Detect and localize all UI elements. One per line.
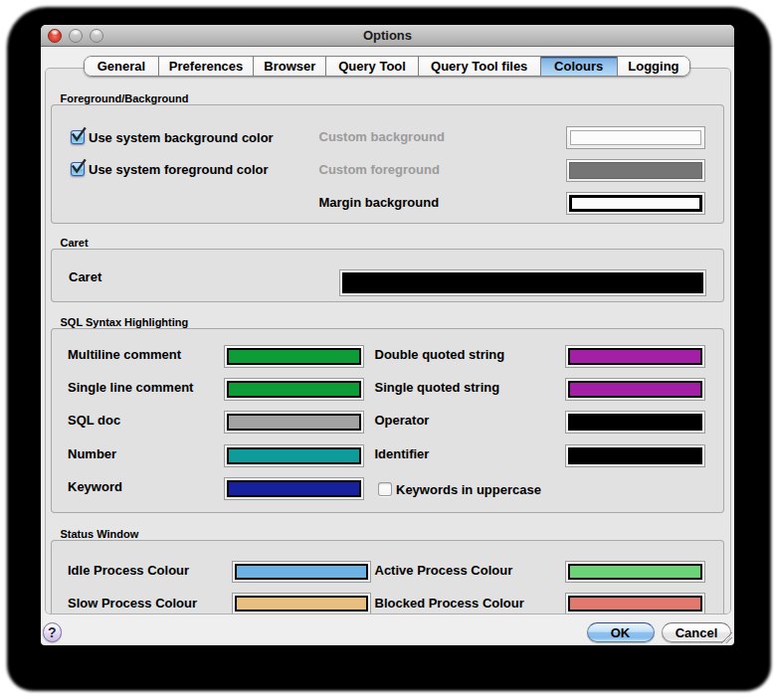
label-caret: Caret [69, 270, 101, 284]
group-title-status-window: Status Window [61, 528, 139, 540]
color-fill [227, 381, 361, 398]
colorwell-double-quoted[interactable] [565, 345, 705, 368]
label-operator: Operator [375, 414, 430, 428]
group-title-caret: Caret [61, 237, 89, 249]
color-fill [568, 447, 702, 464]
color-fill [568, 348, 702, 365]
screenshot-stage: Options Foreground/Background Use system… [0, 0, 774, 700]
color-fill [235, 564, 369, 580]
colorwell-blocked-process[interactable] [565, 593, 705, 614]
group-title-foreground-background: Foreground/Background [61, 92, 189, 104]
color-fill [568, 414, 702, 431]
label-identifier: Identifier [375, 447, 430, 461]
checkbox-label: Use system foreground color [89, 163, 269, 177]
checkbox-label: Use system background color [89, 131, 274, 145]
colorwell-single-line-comment[interactable] [224, 378, 364, 401]
label-number: Number [68, 447, 116, 461]
help-button[interactable]: ? [43, 622, 63, 642]
label-slow-process: Slow Process Colour [68, 597, 197, 611]
tab-browser[interactable]: Browser [253, 57, 325, 76]
tab-colours[interactable]: Colours [540, 57, 617, 76]
label-custom-foreground: Custom foreground [319, 163, 440, 177]
close-button[interactable] [48, 29, 62, 43]
minimize-button [69, 29, 83, 43]
group-foreground-background: Use system background color Use system f… [51, 104, 724, 224]
color-fill [568, 564, 702, 580]
color-fill [227, 414, 361, 431]
color-fill [227, 348, 361, 365]
colorwell-caret[interactable] [339, 269, 706, 296]
checkbox-label: Keywords in uppercase [396, 483, 541, 497]
group-caret: Caret [51, 249, 724, 302]
checkbox-use-system-background[interactable] [71, 130, 85, 144]
label-single-line-comment: Single line comment [68, 381, 193, 395]
label-blocked-process: Blocked Process Colour [375, 597, 524, 611]
color-fill [227, 447, 361, 464]
window-title: Options [41, 25, 734, 46]
checkbox-keywords-uppercase[interactable] [378, 482, 392, 496]
cancel-label: Cancel [676, 625, 718, 640]
checkmark-icon [71, 158, 87, 176]
resize-grip[interactable] [718, 629, 733, 644]
tab-query-tool-files[interactable]: Query Tool files [418, 57, 540, 76]
colorwell-identifier[interactable] [565, 444, 705, 467]
color-fill [227, 480, 361, 497]
label-margin-background: Margin background [319, 196, 440, 210]
ok-button[interactable]: OK [587, 622, 655, 642]
tab-general[interactable]: General [85, 57, 158, 76]
color-fill [235, 596, 369, 612]
colorwell-slow-process[interactable] [232, 593, 372, 614]
label-custom-background: Custom background [319, 130, 445, 144]
label-single-quoted: Single quoted string [375, 381, 500, 395]
group-title-sql-syntax: SQL Syntax Highlighting [61, 316, 189, 328]
label-double-quoted: Double quoted string [375, 348, 505, 362]
tab-query-tool[interactable]: Query Tool [325, 57, 418, 76]
colorwell-multiline-comment[interactable] [224, 345, 364, 368]
tab-preferences[interactable]: Preferences [158, 57, 254, 76]
checkmark-icon [71, 126, 87, 144]
tab-bar: General Preferences Browser Query Tool Q… [84, 56, 690, 77]
label-active-process: Active Process Colour [375, 564, 513, 578]
label-keyword: Keyword [68, 480, 122, 494]
tab-content-panel: Foreground/Background Use system backgro… [45, 68, 731, 614]
group-sql-syntax: Multiline comment Single line comment SQ… [51, 328, 724, 513]
titlebar[interactable]: Options [41, 25, 734, 47]
colorwell-margin-background[interactable] [566, 192, 705, 215]
colorwell-custom-foreground[interactable] [566, 159, 705, 182]
color-fill [568, 596, 702, 612]
label-sql-doc: SQL doc [68, 414, 120, 428]
help-label: ? [48, 624, 57, 640]
colorwell-operator[interactable] [565, 411, 705, 434]
color-fill [569, 162, 702, 179]
color-fill [568, 381, 702, 398]
label-multiline-comment: Multiline comment [68, 348, 181, 362]
tab-logging[interactable]: Logging [617, 57, 689, 76]
colorwell-keyword[interactable] [224, 477, 364, 500]
color-fill [342, 272, 703, 293]
options-dialog: Options Foreground/Background Use system… [41, 25, 734, 645]
group-status-window: Idle Process Colour Slow Process Colour … [51, 540, 724, 614]
colorwell-number[interactable] [224, 444, 364, 467]
colorwell-active-process[interactable] [565, 561, 705, 583]
colorwell-idle-process[interactable] [232, 561, 372, 583]
colorwell-sql-doc[interactable] [224, 411, 364, 434]
colorwell-custom-background[interactable] [566, 126, 705, 149]
color-fill [569, 195, 702, 212]
color-fill [570, 130, 701, 145]
ok-label: OK [611, 625, 631, 640]
label-idle-process: Idle Process Colour [68, 564, 189, 578]
checkbox-use-system-foreground[interactable] [71, 162, 85, 176]
colorwell-single-quoted[interactable] [565, 378, 705, 401]
